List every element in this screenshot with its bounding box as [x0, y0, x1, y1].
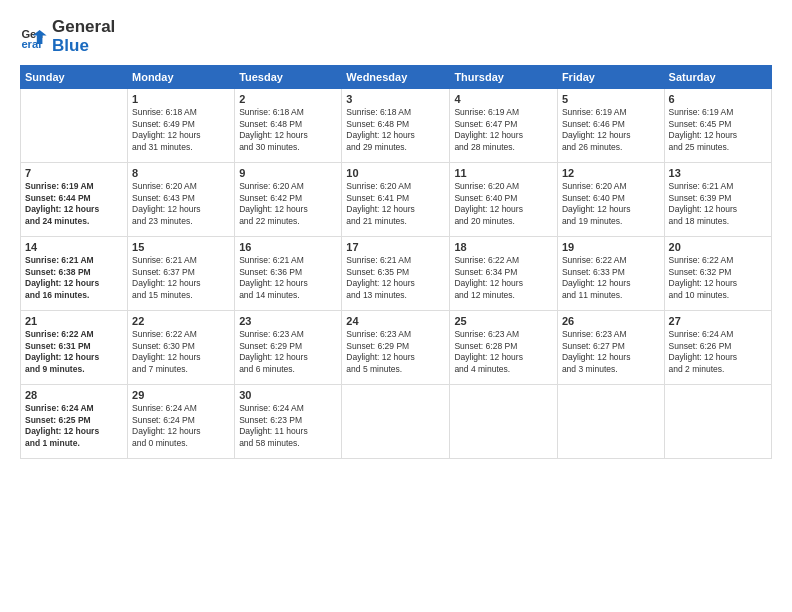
day-number: 20	[669, 241, 767, 253]
day-info: Sunrise: 6:22 AM Sunset: 6:33 PM Dayligh…	[562, 255, 660, 301]
day-info: Sunrise: 6:19 AM Sunset: 6:45 PM Dayligh…	[669, 107, 767, 153]
calendar-cell: 1Sunrise: 6:18 AM Sunset: 6:49 PM Daylig…	[128, 89, 235, 163]
day-info: Sunrise: 6:23 AM Sunset: 6:29 PM Dayligh…	[346, 329, 445, 375]
day-info: Sunrise: 6:22 AM Sunset: 6:30 PM Dayligh…	[132, 329, 230, 375]
calendar-cell: 9Sunrise: 6:20 AM Sunset: 6:42 PM Daylig…	[235, 163, 342, 237]
day-number: 13	[669, 167, 767, 179]
col-header-wednesday: Wednesday	[342, 66, 450, 89]
logo-icon: Gen eral	[20, 23, 48, 51]
col-header-saturday: Saturday	[664, 66, 771, 89]
calendar-row-3: 21Sunrise: 6:22 AM Sunset: 6:31 PM Dayli…	[21, 311, 772, 385]
calendar-cell: 29Sunrise: 6:24 AM Sunset: 6:24 PM Dayli…	[128, 385, 235, 459]
day-number: 29	[132, 389, 230, 401]
calendar-cell: 5Sunrise: 6:19 AM Sunset: 6:46 PM Daylig…	[557, 89, 664, 163]
day-number: 27	[669, 315, 767, 327]
day-number: 19	[562, 241, 660, 253]
day-info: Sunrise: 6:22 AM Sunset: 6:32 PM Dayligh…	[669, 255, 767, 301]
calendar-cell: 16Sunrise: 6:21 AM Sunset: 6:36 PM Dayli…	[235, 237, 342, 311]
day-info: Sunrise: 6:23 AM Sunset: 6:29 PM Dayligh…	[239, 329, 337, 375]
day-info: Sunrise: 6:19 AM Sunset: 6:47 PM Dayligh…	[454, 107, 553, 153]
day-info: Sunrise: 6:23 AM Sunset: 6:28 PM Dayligh…	[454, 329, 553, 375]
calendar-cell: 13Sunrise: 6:21 AM Sunset: 6:39 PM Dayli…	[664, 163, 771, 237]
calendar-cell: 17Sunrise: 6:21 AM Sunset: 6:35 PM Dayli…	[342, 237, 450, 311]
calendar-cell: 20Sunrise: 6:22 AM Sunset: 6:32 PM Dayli…	[664, 237, 771, 311]
day-number: 7	[25, 167, 123, 179]
day-number: 4	[454, 93, 553, 105]
day-number: 11	[454, 167, 553, 179]
calendar-cell	[342, 385, 450, 459]
calendar-cell: 18Sunrise: 6:22 AM Sunset: 6:34 PM Dayli…	[450, 237, 558, 311]
day-info: Sunrise: 6:24 AM Sunset: 6:26 PM Dayligh…	[669, 329, 767, 375]
calendar-row-2: 14Sunrise: 6:21 AM Sunset: 6:38 PM Dayli…	[21, 237, 772, 311]
calendar-cell	[21, 89, 128, 163]
page: Gen eral General Blue SundayMondayTuesda…	[0, 0, 792, 612]
col-header-friday: Friday	[557, 66, 664, 89]
day-number: 24	[346, 315, 445, 327]
day-info: Sunrise: 6:18 AM Sunset: 6:48 PM Dayligh…	[239, 107, 337, 153]
day-info: Sunrise: 6:24 AM Sunset: 6:23 PM Dayligh…	[239, 403, 337, 449]
day-number: 23	[239, 315, 337, 327]
day-number: 9	[239, 167, 337, 179]
day-info: Sunrise: 6:23 AM Sunset: 6:27 PM Dayligh…	[562, 329, 660, 375]
day-number: 12	[562, 167, 660, 179]
calendar-cell	[557, 385, 664, 459]
day-info: Sunrise: 6:24 AM Sunset: 6:24 PM Dayligh…	[132, 403, 230, 449]
day-info: Sunrise: 6:20 AM Sunset: 6:43 PM Dayligh…	[132, 181, 230, 227]
calendar-cell: 10Sunrise: 6:20 AM Sunset: 6:41 PM Dayli…	[342, 163, 450, 237]
logo: Gen eral General Blue	[20, 18, 115, 55]
day-info: Sunrise: 6:22 AM Sunset: 6:31 PM Dayligh…	[25, 329, 123, 375]
day-number: 5	[562, 93, 660, 105]
calendar-row-0: 1Sunrise: 6:18 AM Sunset: 6:49 PM Daylig…	[21, 89, 772, 163]
calendar-cell	[664, 385, 771, 459]
day-number: 22	[132, 315, 230, 327]
calendar-table: SundayMondayTuesdayWednesdayThursdayFrid…	[20, 65, 772, 459]
day-number: 1	[132, 93, 230, 105]
day-number: 30	[239, 389, 337, 401]
logo-text: General Blue	[52, 18, 115, 55]
day-number: 2	[239, 93, 337, 105]
col-header-thursday: Thursday	[450, 66, 558, 89]
calendar-cell: 21Sunrise: 6:22 AM Sunset: 6:31 PM Dayli…	[21, 311, 128, 385]
day-number: 8	[132, 167, 230, 179]
header: Gen eral General Blue	[20, 18, 772, 55]
day-info: Sunrise: 6:18 AM Sunset: 6:49 PM Dayligh…	[132, 107, 230, 153]
day-number: 21	[25, 315, 123, 327]
day-info: Sunrise: 6:21 AM Sunset: 6:39 PM Dayligh…	[669, 181, 767, 227]
calendar-cell: 30Sunrise: 6:24 AM Sunset: 6:23 PM Dayli…	[235, 385, 342, 459]
calendar-cell: 2Sunrise: 6:18 AM Sunset: 6:48 PM Daylig…	[235, 89, 342, 163]
day-number: 6	[669, 93, 767, 105]
calendar-row-4: 28Sunrise: 6:24 AM Sunset: 6:25 PM Dayli…	[21, 385, 772, 459]
day-info: Sunrise: 6:22 AM Sunset: 6:34 PM Dayligh…	[454, 255, 553, 301]
calendar-cell: 22Sunrise: 6:22 AM Sunset: 6:30 PM Dayli…	[128, 311, 235, 385]
day-number: 16	[239, 241, 337, 253]
calendar-cell: 15Sunrise: 6:21 AM Sunset: 6:37 PM Dayli…	[128, 237, 235, 311]
day-info: Sunrise: 6:24 AM Sunset: 6:25 PM Dayligh…	[25, 403, 123, 449]
day-number: 10	[346, 167, 445, 179]
day-info: Sunrise: 6:21 AM Sunset: 6:37 PM Dayligh…	[132, 255, 230, 301]
calendar-cell: 28Sunrise: 6:24 AM Sunset: 6:25 PM Dayli…	[21, 385, 128, 459]
calendar-cell: 24Sunrise: 6:23 AM Sunset: 6:29 PM Dayli…	[342, 311, 450, 385]
day-number: 3	[346, 93, 445, 105]
day-number: 25	[454, 315, 553, 327]
day-info: Sunrise: 6:21 AM Sunset: 6:36 PM Dayligh…	[239, 255, 337, 301]
calendar-cell: 25Sunrise: 6:23 AM Sunset: 6:28 PM Dayli…	[450, 311, 558, 385]
calendar-row-1: 7Sunrise: 6:19 AM Sunset: 6:44 PM Daylig…	[21, 163, 772, 237]
calendar-cell: 19Sunrise: 6:22 AM Sunset: 6:33 PM Dayli…	[557, 237, 664, 311]
day-info: Sunrise: 6:20 AM Sunset: 6:40 PM Dayligh…	[454, 181, 553, 227]
col-header-tuesday: Tuesday	[235, 66, 342, 89]
day-number: 14	[25, 241, 123, 253]
day-number: 15	[132, 241, 230, 253]
day-info: Sunrise: 6:20 AM Sunset: 6:41 PM Dayligh…	[346, 181, 445, 227]
day-number: 28	[25, 389, 123, 401]
day-number: 18	[454, 241, 553, 253]
calendar-cell: 4Sunrise: 6:19 AM Sunset: 6:47 PM Daylig…	[450, 89, 558, 163]
header-row: SundayMondayTuesdayWednesdayThursdayFrid…	[21, 66, 772, 89]
calendar-cell: 8Sunrise: 6:20 AM Sunset: 6:43 PM Daylig…	[128, 163, 235, 237]
calendar-cell: 11Sunrise: 6:20 AM Sunset: 6:40 PM Dayli…	[450, 163, 558, 237]
calendar-cell: 3Sunrise: 6:18 AM Sunset: 6:48 PM Daylig…	[342, 89, 450, 163]
calendar-cell: 27Sunrise: 6:24 AM Sunset: 6:26 PM Dayli…	[664, 311, 771, 385]
day-info: Sunrise: 6:21 AM Sunset: 6:38 PM Dayligh…	[25, 255, 123, 301]
col-header-sunday: Sunday	[21, 66, 128, 89]
calendar-cell: 12Sunrise: 6:20 AM Sunset: 6:40 PM Dayli…	[557, 163, 664, 237]
day-info: Sunrise: 6:19 AM Sunset: 6:44 PM Dayligh…	[25, 181, 123, 227]
